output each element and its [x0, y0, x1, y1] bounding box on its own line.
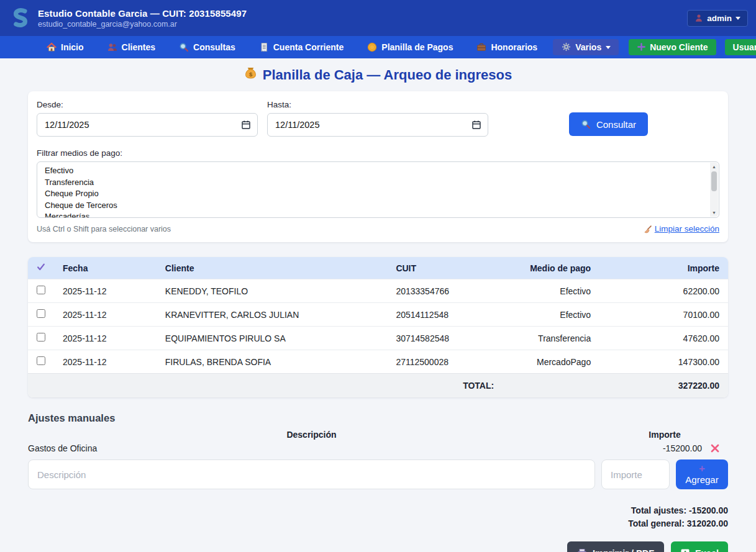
cell-fecha: 2025-11-12: [54, 327, 157, 350]
row-checkbox[interactable]: [37, 333, 45, 342]
svg-text:$: $: [249, 71, 253, 78]
brand-email: estudio_contable_garcia@yahoo.com.ar: [38, 20, 247, 29]
ajuste-descripcion: Gastos de Oficina: [28, 443, 595, 453]
chevron-down-icon: [736, 17, 740, 20]
cell-fecha: 2025-11-12: [54, 279, 157, 303]
user-menu-button[interactable]: admin: [687, 10, 748, 27]
user-menu-label: admin: [707, 14, 732, 23]
nuevo-cliente-button[interactable]: Nuevo Cliente: [629, 39, 716, 55]
check-icon: [37, 263, 45, 273]
cell-medio: MercadoPago: [499, 350, 599, 374]
excel-label: Excel: [695, 548, 719, 552]
listbox-option[interactable]: Mercaderías: [37, 211, 719, 218]
consultar-button[interactable]: Consultar: [569, 112, 648, 136]
nav-label: Consultas: [193, 42, 235, 52]
varios-label: Varios: [575, 42, 601, 52]
imprimir-pdf-button[interactable]: Imprimir / PDF: [567, 541, 664, 552]
hasta-date-input[interactable]: [267, 113, 488, 137]
listbox-option[interactable]: Cheque de Terceros: [37, 200, 719, 212]
house-icon: [47, 42, 57, 52]
coin-icon: [367, 42, 377, 52]
row-checkbox[interactable]: [37, 309, 45, 318]
usuarios-button[interactable]: Usuarios: [725, 39, 756, 55]
table-row: 2025-11-12 KENEDDY, TEOFILO 20133354766 …: [28, 279, 728, 303]
plus-icon: [637, 43, 645, 52]
desde-label: Desde:: [37, 100, 258, 109]
brand-title: Estudio Contable Garcia — CUIT: 20315855…: [38, 8, 247, 19]
brand-block: Estudio Contable Garcia — CUIT: 20315855…: [38, 8, 247, 29]
limpiar-seleccion-link[interactable]: Limpiar selección: [643, 224, 719, 233]
listbox-option[interactable]: Transferencia: [37, 177, 719, 189]
select-all-header[interactable]: [28, 257, 54, 279]
desde-date-input[interactable]: [37, 113, 258, 137]
person-icon: [695, 14, 703, 22]
col-header-cuit: CUIT: [387, 257, 499, 279]
imprimir-label: Imprimir / PDF: [593, 548, 654, 552]
scrollbar-thumb[interactable]: [711, 171, 717, 191]
footer-actions: Imprimir / PDF Excel: [28, 541, 728, 552]
plus-icon: +: [699, 464, 705, 473]
table-row: 2025-11-12 EQUIPAMIENTOS PIRULO SA 30714…: [28, 327, 728, 350]
cell-cliente: FIRULAS, BRENDA SOFIA: [157, 350, 388, 374]
agregar-button[interactable]: + Agregar: [676, 459, 728, 489]
hasta-field: Hasta:: [267, 100, 488, 137]
importe-input[interactable]: [601, 459, 670, 489]
cell-cuit: 27112500028: [387, 350, 499, 374]
hasta-label: Hasta:: [267, 100, 488, 109]
scrollbar-up-arrow[interactable]: ▲: [712, 163, 716, 171]
col-header-medio: Medio de pago: [499, 257, 599, 279]
chevron-down-icon: [606, 46, 611, 49]
table-row: 2025-11-12 KRANEVITTER, CARLOS JULIAN 20…: [28, 303, 728, 327]
desde-field: Desde:: [37, 100, 258, 137]
varios-dropdown-button[interactable]: Varios: [553, 39, 619, 55]
total-general-text: Total general: 312020.00: [28, 517, 728, 530]
nav-item-consultas[interactable]: Consultas: [171, 42, 244, 52]
nav-item-clientes[interactable]: Clientes: [99, 42, 163, 52]
nav-item-honorarios[interactable]: Honorarios: [468, 42, 545, 52]
row-checkbox[interactable]: [37, 286, 45, 294]
cell-medio: Efectivo: [499, 303, 599, 327]
medios-de-pago-label: Filtrar medios de pago:: [37, 148, 719, 158]
nav-item-cuenta-corriente[interactable]: Cuenta Corriente: [251, 42, 352, 52]
cell-importe: 62200.00: [599, 279, 728, 303]
row-checkbox[interactable]: [37, 356, 45, 365]
col-header-cliente: Cliente: [157, 257, 388, 279]
broom-icon: [643, 225, 652, 233]
listbox-option[interactable]: Cheque Propio: [37, 188, 719, 200]
ingresos-table: Fecha Cliente CUIT Medio de pago Importe…: [28, 257, 728, 397]
cell-medio: Transferencia: [499, 327, 599, 350]
nav-item-planilla-pagos[interactable]: Planilla de Pagos: [359, 42, 461, 52]
ajuste-entry-row: Gastos de Oficina -15200.00: [28, 443, 728, 453]
descripcion-input[interactable]: [28, 459, 595, 489]
calendar-icon[interactable]: [241, 120, 251, 130]
scrollbar-down-arrow[interactable]: ▼: [712, 209, 716, 217]
cell-cuit: 30714582548: [387, 327, 499, 350]
remove-ajuste-button[interactable]: [710, 443, 720, 453]
ajustes-desc-header: Descripción: [28, 430, 595, 440]
nav-item-inicio[interactable]: Inicio: [39, 42, 92, 52]
nav-label: Honorarios: [491, 42, 537, 52]
ajustes-heading: Ajustes manuales: [28, 412, 728, 424]
medios-de-pago-listbox[interactable]: Efectivo Transferencia Cheque Propio Che…: [37, 161, 719, 218]
nuevo-cliente-label: Nuevo Cliente: [650, 42, 708, 52]
cell-cliente: KENEDDY, TEOFILO: [157, 279, 388, 303]
table-row: 2025-11-12 FIRULAS, BRENDA SOFIA 2711250…: [28, 350, 728, 374]
limpiar-label: Limpiar selección: [655, 224, 719, 233]
listbox-scrollbar[interactable]: ▲ ▼: [710, 163, 718, 217]
usuarios-label: Usuarios: [733, 42, 756, 52]
ingresos-table-card: Fecha Cliente CUIT Medio de pago Importe…: [28, 257, 728, 397]
app-page: Estudio Contable Garcia — CUIT: 20315855…: [0, 0, 756, 552]
table-header-row: Fecha Cliente CUIT Medio de pago Importe: [28, 257, 728, 279]
cell-cliente: EQUIPAMIENTOS PIRULO SA: [157, 327, 388, 350]
gear-icon: [561, 42, 571, 52]
money-bag-icon: $: [244, 66, 257, 83]
cell-cliente: KRANEVITTER, CARLOS JULIAN: [157, 303, 388, 327]
main-nav: Inicio Clientes Consultas: [0, 36, 756, 58]
nav-label: Inicio: [61, 42, 84, 52]
calendar-icon[interactable]: [471, 120, 481, 130]
search-icon: [581, 119, 591, 129]
listbox-option[interactable]: Efectivo: [37, 165, 719, 177]
excel-button[interactable]: Excel: [671, 541, 728, 552]
cell-fecha: 2025-11-12: [54, 303, 157, 327]
briefcase-icon: [476, 42, 486, 52]
